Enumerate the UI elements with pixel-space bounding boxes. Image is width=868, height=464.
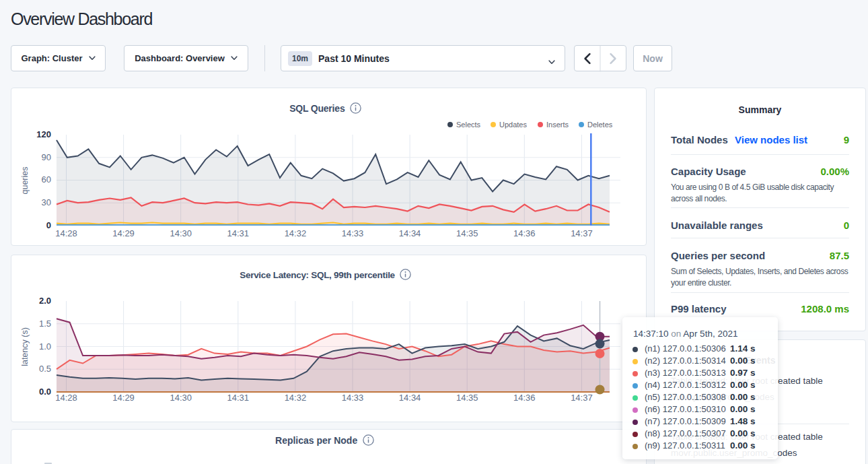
svg-text:14:35: 14:35 [456,228,478,238]
svg-text:0.0: 0.0 [39,387,51,397]
svg-text:14:28: 14:28 [55,228,77,238]
svg-text:14:29: 14:29 [112,228,135,238]
svg-text:14:30: 14:30 [170,393,192,403]
svg-text:14:32: 14:32 [285,228,307,238]
svg-text:14:36: 14:36 [513,393,536,403]
svg-text:2.0: 2.0 [39,296,51,306]
svg-text:14:34: 14:34 [399,228,421,238]
svg-text:14:36: 14:36 [513,228,536,238]
svg-text:30: 30 [42,197,51,207]
svg-text:0: 0 [46,220,51,230]
svg-text:1.0: 1.0 [39,341,51,352]
svg-text:14:37: 14:37 [571,393,593,403]
svg-text:90: 90 [42,152,51,162]
svg-text:60: 60 [42,174,51,185]
svg-text:14:34: 14:34 [399,393,421,403]
svg-text:latency (s): latency (s) [20,327,30,366]
svg-text:14:28: 14:28 [55,393,77,403]
svg-text:14:29: 14:29 [112,393,135,403]
svg-text:0.5: 0.5 [39,364,51,374]
svg-text:14:30: 14:30 [170,228,192,238]
svg-text:120: 120 [36,129,51,139]
svg-text:14:35: 14:35 [456,393,478,403]
svg-text:14:37: 14:37 [571,228,593,238]
svg-text:queries: queries [20,167,30,195]
svg-text:1.5: 1.5 [39,319,51,329]
svg-text:14:33: 14:33 [342,228,364,238]
svg-text:14:32: 14:32 [285,393,307,403]
svg-text:14:33: 14:33 [342,393,364,403]
svg-text:14:31: 14:31 [227,228,250,238]
svg-text:14:31: 14:31 [227,393,250,403]
